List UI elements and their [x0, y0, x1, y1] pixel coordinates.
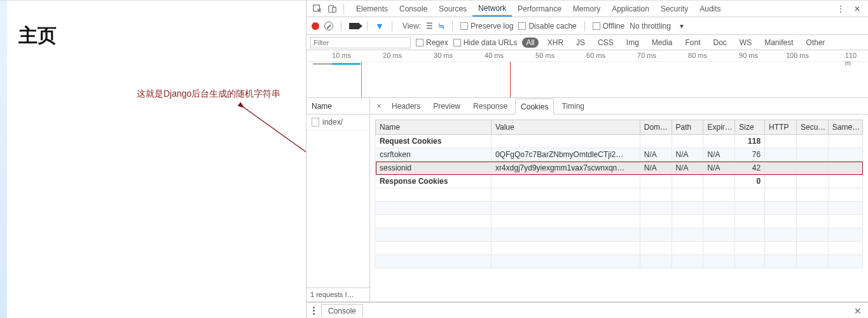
large-rows-icon[interactable]: ☰ — [426, 22, 433, 31]
cookie-name: csrftoken — [376, 148, 492, 162]
filter-type-all[interactable]: All — [522, 38, 538, 48]
regex-checkbox[interactable]: Regex — [416, 38, 448, 47]
filter-type-img[interactable]: Img — [623, 38, 643, 48]
toolbar-sep-1 — [341, 21, 341, 31]
close-detail-icon[interactable]: × — [374, 102, 384, 111]
tab-performance[interactable]: Performance — [512, 1, 567, 17]
detail-tabs: × Headers Preview Response Cookies Timin… — [370, 98, 868, 114]
clear-button[interactable] — [324, 22, 333, 31]
detail-tab-preview[interactable]: Preview — [428, 98, 465, 114]
annotation-text: 这就是Django后台生成的随机字符串 — [137, 88, 280, 100]
topbar-separator — [343, 4, 344, 14]
console-drawer: Console ✕ — [307, 302, 868, 318]
filter-type-media[interactable]: Media — [648, 38, 677, 48]
hide-data-urls-checkbox[interactable]: Hide data URLs — [453, 38, 518, 47]
col-domain[interactable]: Dom… — [640, 120, 672, 135]
filter-type-css[interactable]: CSS — [594, 38, 617, 48]
drawer-menu-icon[interactable] — [310, 307, 317, 315]
timeline-tick: 10 ms — [332, 52, 351, 59]
drawer-tab-console[interactable]: Console — [321, 304, 363, 317]
col-secure[interactable]: Secu… — [796, 120, 828, 135]
filter-type-manifest[interactable]: Manifest — [761, 38, 797, 48]
screenshot-icon[interactable] — [349, 23, 359, 29]
timeline-tick: 40 ms — [485, 52, 504, 59]
toolbar-sep-5 — [584, 21, 585, 31]
cookie-row[interactable]: csrftoken 0QFgQo7c7BarZNbmyOmtdleCTji2… … — [376, 148, 863, 162]
timeline-load-mark — [510, 62, 511, 97]
toolbar-sep-4 — [452, 21, 453, 31]
preserve-log-checkbox[interactable]: Preserve log — [460, 22, 513, 31]
tab-elements[interactable]: Elements — [350, 1, 394, 17]
col-http[interactable]: HTTP — [765, 120, 797, 135]
window-edge-glow — [0, 1, 7, 318]
tab-sources[interactable]: Sources — [433, 1, 472, 17]
close-devtools-icon[interactable]: ✕ — [850, 3, 864, 15]
network-main: Name index/ 1 requests I… × Headers Prev… — [307, 98, 868, 302]
request-row[interactable]: index/ — [307, 114, 369, 130]
detail-tab-headers[interactable]: Headers — [387, 98, 425, 114]
kebab-menu-icon[interactable]: ⋮ — [834, 3, 848, 15]
col-name[interactable]: Name — [376, 120, 492, 135]
empty-row — [376, 228, 863, 242]
network-timeline[interactable]: 10 ms 20 ms 30 ms 40 ms 50 ms 60 ms 70 m… — [307, 50, 868, 98]
detail-tab-cookies[interactable]: Cookies — [515, 99, 554, 114]
cookie-value: 0QFgQo7c7BarZNbmyOmtdleCTji2… — [491, 148, 640, 162]
timeline-domcontent-mark — [361, 62, 362, 97]
col-samesite[interactable]: Same… — [828, 120, 862, 135]
cookie-path: N/A — [672, 148, 703, 162]
filter-type-other[interactable]: Other — [803, 38, 829, 48]
timeline-tick: 70 ms — [637, 52, 656, 59]
filter-type-xhr[interactable]: XHR — [544, 38, 567, 48]
throttling-select[interactable]: No throttling — [630, 22, 671, 31]
record-button[interactable] — [312, 22, 319, 30]
detail-tab-timing[interactable]: Timing — [556, 98, 589, 114]
disable-cache-checkbox[interactable]: Disable cache — [518, 22, 576, 31]
toolbar-sep-3 — [392, 21, 392, 31]
inspect-element-icon[interactable] — [310, 3, 324, 15]
view-label: View: — [403, 22, 421, 31]
filter-type-js[interactable]: JS — [572, 38, 589, 48]
col-path[interactable]: Path — [672, 120, 703, 135]
timeline-tick: 30 ms — [434, 52, 453, 59]
timeline-tick: 100 ms — [786, 52, 809, 59]
filter-type-ws[interactable]: WS — [736, 38, 755, 48]
device-toggle-icon[interactable] — [326, 3, 340, 15]
empty-row — [376, 242, 863, 255]
cookie-value: xr4xdgj7yd9yiexgmm1vax7scwnxqn… — [491, 162, 640, 175]
cookie-size: 42 — [735, 162, 765, 175]
requests-header[interactable]: Name — [307, 98, 369, 114]
response-cookies-header-row: Response Cookies 0 — [376, 175, 863, 188]
filter-type-doc[interactable]: Doc — [710, 38, 731, 48]
drawer-close-icon[interactable]: ✕ — [851, 306, 864, 316]
detail-tab-response[interactable]: Response — [468, 98, 513, 114]
cookie-row-sessionid[interactable]: sessionid xr4xdgj7yd9yiexgmm1vax7scwnxqn… — [376, 162, 863, 175]
tab-network[interactable]: Network — [472, 1, 512, 17]
hide-data-urls-label: Hide data URLs — [464, 38, 518, 47]
devtools-panel: Elements Console Sources Network Perform… — [306, 1, 868, 318]
tab-audits[interactable]: Audits — [694, 1, 726, 17]
tab-security[interactable]: Security — [655, 1, 694, 17]
filter-type-font[interactable]: Font — [682, 38, 705, 48]
throttling-chevron-icon[interactable]: ▾ — [680, 22, 684, 31]
document-icon — [312, 118, 319, 127]
cookie-path: N/A — [672, 162, 703, 175]
col-value[interactable]: Value — [491, 120, 640, 135]
timeline-tick: 50 ms — [535, 52, 555, 59]
cookie-domain: N/A — [640, 162, 672, 175]
network-toolbar: ▼ View: ☰ ≒ Preserve log Disable cache O… — [307, 17, 868, 35]
col-size[interactable]: Size — [735, 120, 765, 135]
request-detail-column: × Headers Preview Response Cookies Timin… — [370, 98, 868, 301]
filter-toggle-icon[interactable]: ▼ — [375, 21, 384, 31]
filter-input[interactable] — [310, 37, 411, 48]
waterfall-icon[interactable]: ≒ — [438, 22, 444, 31]
empty-row — [376, 215, 863, 228]
cookie-domain: N/A — [640, 148, 672, 162]
col-expires[interactable]: Expir… — [703, 120, 735, 135]
devtools-topbar: Elements Console Sources Network Perform… — [307, 1, 868, 17]
offline-checkbox[interactable]: Offline — [593, 22, 624, 31]
tab-application[interactable]: Application — [606, 1, 655, 17]
cookie-name: sessionid — [376, 162, 492, 175]
requests-column: Name index/ 1 requests I… — [307, 98, 370, 301]
tab-console[interactable]: Console — [394, 1, 433, 17]
tab-memory[interactable]: Memory — [567, 1, 606, 17]
